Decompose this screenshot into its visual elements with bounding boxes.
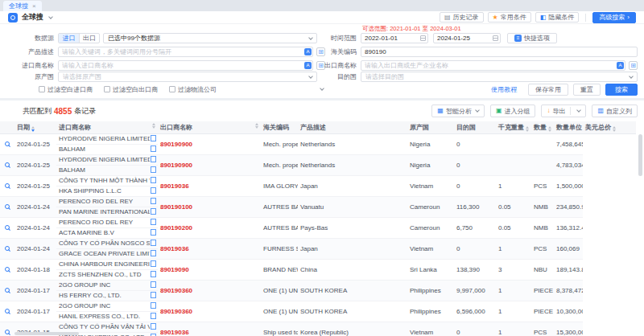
cell-product-desc: AUTRES BATEAUX POUR LE TRANSPORT DE MARC… [263,203,298,211]
tab-global-search[interactable]: 全球搜 × [3,1,42,11]
export-label: 导出 [552,107,565,116]
destination-select[interactable]: 请选择目的国 [361,72,638,82]
copy-icon[interactable] [151,199,155,204]
row-detail-search-icon[interactable] [5,288,10,293]
checkbox-icon[interactable] [39,86,45,92]
row-detail-search-icon[interactable] [5,309,10,313]
product-desc-input[interactable] [58,47,313,57]
translate-icon[interactable]: A [304,62,312,69]
row-detail-search-icon[interactable] [5,246,10,251]
cell-origin-country: Netherlands [300,162,335,169]
copy-icon[interactable] [151,178,155,183]
smart-analysis-label: 智能分析 [446,107,472,116]
sort-icons[interactable] [152,123,155,129]
quick-options-button[interactable]: ≡ 快捷选项 [507,33,557,43]
data-source-select[interactable]: 已选中99个数据源 [103,33,317,43]
sort-icons[interactable] [255,123,258,129]
scrollbar-thumb[interactable] [638,134,642,176]
cell-hs-code: 89019090 [160,266,189,273]
cell-dest-country: Sri Lanka [410,266,437,273]
row-detail-search-icon[interactable] [5,141,10,146]
vertical-scrollbar[interactable] [638,134,642,330]
copy-icon[interactable] [151,189,155,194]
chevron-down-icon[interactable] [48,14,53,19]
copy-icon[interactable] [151,293,155,298]
start-date-input[interactable] [361,33,428,43]
export-button[interactable]: ↓ 导出 [541,104,586,117]
cell-product-desc: Mech. propelled vessels for the transpor… [263,141,298,148]
row-detail-search-icon[interactable] [5,330,10,334]
cell-usd-total: 10,300,000 [556,308,583,315]
col-exporter[interactable]: 出口商名称 [158,121,261,133]
origin-select[interactable]: 请选择原产国 [58,72,317,82]
hs-code-input[interactable] [361,47,638,57]
sort-icons[interactable] [613,126,616,132]
checkbox-icon[interactable] [104,86,110,92]
copy-icon[interactable] [151,272,155,277]
chevron-down-icon[interactable] [577,108,582,113]
cell-quantity: 1 [498,287,502,294]
hide-conditions-button[interactable]: ◧ 隐藏条件 [535,12,580,23]
favorites-button[interactable]: ★ 常用条件 [488,12,531,23]
search-button[interactable]: 搜索 [605,84,638,96]
col-quantity[interactable]: 数量 [531,121,554,133]
row-detail-search-icon[interactable] [5,204,10,209]
copy-icon[interactable] [151,252,155,256]
end-date-input[interactable] [433,33,501,43]
cell-usd-total: 1,500,000 [556,182,583,190]
copy-icon[interactable] [151,283,155,288]
horizontal-scrollbar-thumb[interactable] [14,332,79,335]
tutorial-link[interactable]: 使用教程 [491,85,517,94]
enter-group-button[interactable]: ▣ 进入分组 [490,104,536,117]
save-common-button[interactable]: 保存常用 [528,84,568,96]
import-toggle[interactable]: 进口 [59,34,79,43]
copy-icon[interactable] [151,241,155,246]
copy-icon[interactable] [151,220,155,225]
sort-icons[interactable] [526,126,529,132]
copy-icon[interactable] [151,304,155,309]
results-header: 共匹配到 4855 条记录 ▦ 智能分析 ▣ 进入分组 ↓ 导出 ▥ 自定义列 [0,100,644,121]
col-weight-kg[interactable]: 千克重量 [496,121,531,133]
history-button[interactable]: ▤ 历史记录 [440,12,484,23]
row-detail-search-icon[interactable] [5,162,10,167]
filter-logistics-option[interactable]: 过滤物流公司 [169,85,217,94]
sort-icons[interactable] [548,126,551,132]
translate-icon[interactable]: A [304,48,312,55]
col-date[interactable]: 日期 [14,121,56,133]
hide-conditions-label: 隐藏条件 [548,13,574,22]
quick-options-label: 快捷选项 [524,34,550,43]
exporter-label: 出口商名称 [320,61,361,70]
col-usd-total[interactable]: 美元总价 [583,121,636,133]
copy-icon[interactable] [151,325,155,330]
copy-icon[interactable] [151,314,155,319]
translate-icon[interactable]: A [617,62,624,69]
copy-icon[interactable] [151,231,155,236]
filter-empty-exporter-option[interactable]: 过滤空白出口商 [104,85,158,94]
customize-columns-button[interactable]: ▥ 自定义列 [592,104,638,117]
row-detail-search-icon[interactable] [5,267,10,272]
cell-date: 2024-01-17 [17,287,50,294]
smart-analysis-button[interactable]: ▦ 智能分析 [431,104,485,117]
reset-button[interactable]: 重置 [573,84,601,96]
checkbox-icon[interactable] [169,86,175,92]
filter-empty-importer-option[interactable]: 过滤空白进口商 [39,85,93,94]
table-row: 2024-01-15CÔNG TY CỔ PHẦN VẬN TẢI VÀ TIẾ… [0,322,636,336]
copy-icon[interactable] [151,262,155,267]
col-importer-label: 进口商名称 [59,124,91,131]
col-importer[interactable]: 进口商名称 [56,121,158,133]
origin-row: 原产国 请选择原产国 [18,72,317,82]
copy-icon[interactable] [151,137,155,141]
copy-icon[interactable] [151,147,155,152]
more-options-icon[interactable]: ⊞ [629,61,638,70]
advanced-search-button[interactable]: 高级搜索 › [592,12,636,23]
row-detail-search-icon[interactable] [5,183,10,188]
copy-icon[interactable] [151,158,155,162]
close-icon[interactable]: × [32,2,36,10]
copy-icon[interactable] [151,168,155,173]
copy-icon[interactable] [151,210,155,215]
row-detail-search-icon[interactable] [5,225,10,230]
importer-input[interactable] [58,60,313,71]
sort-icons[interactable] [31,126,35,132]
export-toggle[interactable]: 出口 [79,34,99,43]
exporter-input[interactable] [361,60,625,71]
